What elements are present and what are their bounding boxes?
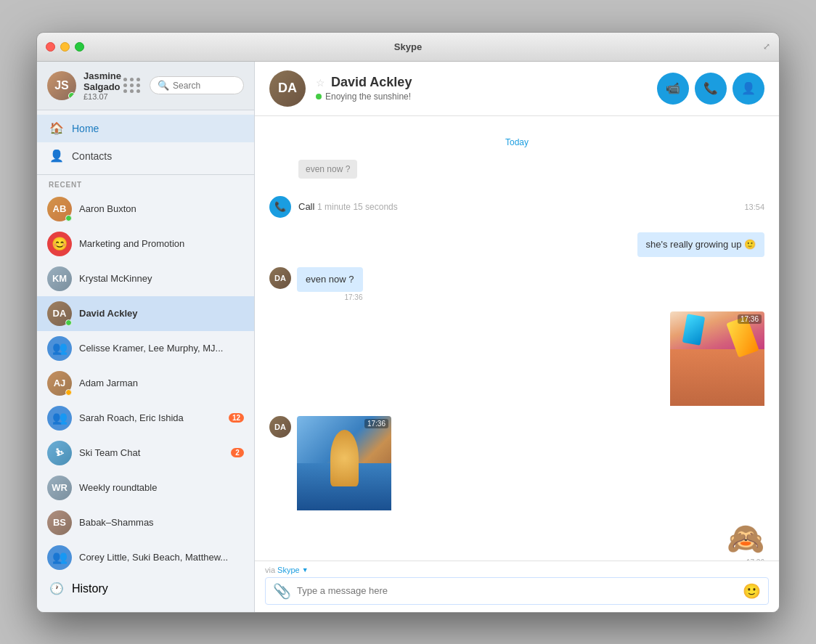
recent-list: AB Aaron Buxton 😊 Marketing and Promotio… bbox=[37, 192, 254, 612]
recent-item[interactable]: AB Aaron Buxton bbox=[37, 192, 254, 227]
home-label: Home bbox=[72, 123, 99, 134]
system-bubble: even now ? bbox=[298, 160, 357, 179]
unread-badge: 2 bbox=[231, 448, 244, 457]
recent-name: Sarah Roach, Eric Ishida bbox=[79, 412, 229, 423]
avatar: BS bbox=[47, 510, 72, 535]
recent-item[interactable]: ⛷ Ski Team Chat 2 bbox=[37, 436, 254, 470]
via-label: via Skype ▼ bbox=[265, 566, 769, 574]
recent-name: Krystal McKinney bbox=[79, 273, 244, 284]
image-thumbnail[interactable] bbox=[297, 416, 391, 510]
maximize-button[interactable] bbox=[75, 42, 84, 52]
recent-name: Babak–Shammas bbox=[79, 517, 244, 528]
video-call-button[interactable]: 📹 bbox=[657, 73, 689, 105]
phone-icon: 📞 bbox=[703, 81, 718, 95]
chat-contact-avatar: DA bbox=[269, 70, 306, 107]
emoji-sticker-row: 🙈 17:36 bbox=[269, 521, 764, 556]
date-divider: Today bbox=[269, 135, 764, 148]
status-dot-online bbox=[65, 215, 72, 221]
recent-name: Aaron Buxton bbox=[79, 203, 244, 214]
emoji-sticker: 🙈 bbox=[727, 521, 764, 555]
call-label: Call bbox=[298, 201, 317, 212]
image-time: 17:36 bbox=[364, 419, 388, 428]
recent-name: Celisse Kramer, Lee Murphy, MJ... bbox=[79, 343, 244, 354]
nav-section: 🏠 Home 👤 Contacts bbox=[37, 110, 254, 175]
paperclip-icon: 📎 bbox=[273, 583, 291, 599]
image-time: 17:36 bbox=[738, 314, 762, 324]
recent-item[interactable]: KM Krystal McKinney bbox=[37, 261, 254, 296]
app-window: Skype ⤢ JS Jasmine Salgado £13.07 bbox=[36, 32, 780, 613]
search-bar[interactable]: 🔍 bbox=[150, 76, 244, 94]
message-bubble: she's really growing up 🙂 bbox=[637, 232, 764, 257]
avatar: AJ bbox=[47, 371, 72, 396]
recent-name: Adam Jarman bbox=[79, 378, 244, 388]
date-label: Today bbox=[498, 137, 536, 147]
attach-button[interactable]: 📎 bbox=[273, 582, 291, 600]
recent-item[interactable]: BS Babak–Shammas bbox=[37, 505, 254, 540]
dot-grid-icon[interactable] bbox=[123, 78, 141, 93]
history-icon: 🕐 bbox=[49, 581, 65, 597]
sent-image-row: 17:36 bbox=[269, 311, 764, 406]
contact-online-dot bbox=[316, 94, 322, 99]
avatar: DA bbox=[47, 301, 72, 326]
video-icon: 📹 bbox=[666, 81, 680, 95]
avatar: 👥 bbox=[47, 545, 72, 570]
close-button[interactable] bbox=[46, 42, 55, 52]
user-name: Jasmine Salgado bbox=[83, 70, 123, 92]
recent-item-david-ackley[interactable]: DA David Ackley bbox=[37, 296, 254, 331]
emoji-button[interactable]: 🙂 bbox=[743, 582, 761, 600]
recent-item[interactable]: WR Weekly roundtable bbox=[37, 470, 254, 505]
msg-sender-avatar: DA bbox=[269, 416, 291, 438]
status-dot-online bbox=[65, 319, 72, 326]
image-thumbnail[interactable] bbox=[670, 311, 764, 406]
message-input-row: 📎 🙂 bbox=[265, 577, 769, 605]
call-icon: 📞 bbox=[269, 196, 291, 218]
history-item[interactable]: 🕐 History bbox=[37, 575, 254, 603]
recent-item[interactable]: AJ Adam Jarman bbox=[37, 366, 254, 401]
chat-header-info: ☆ David Ackley Enoying the sunshine! bbox=[316, 75, 657, 102]
message-row-sent: she's really growing up 🙂 bbox=[269, 232, 764, 257]
title-bar: Skype ⤢ bbox=[37, 33, 779, 62]
message-input[interactable] bbox=[297, 585, 743, 596]
avatar: AB bbox=[47, 197, 72, 221]
search-icon: 🔍 bbox=[158, 80, 169, 91]
minimize-button[interactable] bbox=[60, 42, 70, 52]
main-chat: DA ☆ David Ackley Enoying the sunshine! … bbox=[255, 62, 779, 612]
traffic-lights bbox=[46, 42, 84, 52]
recent-item[interactable]: 👥 Celisse Kramer, Lee Murphy, MJ... bbox=[37, 331, 254, 366]
search-input[interactable] bbox=[173, 81, 236, 91]
recent-label: RECENT bbox=[37, 175, 254, 192]
recent-item[interactable]: 😊 Marketing and Promotion bbox=[37, 227, 254, 261]
avatar: WR bbox=[47, 476, 72, 500]
nav-item-home[interactable]: 🏠 Home bbox=[37, 115, 254, 142]
msg-sender-avatar: DA bbox=[269, 267, 291, 289]
contact-status: Enoying the sunshine! bbox=[325, 91, 411, 102]
resize-icon: ⤢ bbox=[763, 41, 770, 52]
recent-item[interactable]: 👥 Corey Little, Suki Beach, Matthew... bbox=[37, 540, 254, 575]
user-avatar: JS bbox=[47, 71, 76, 100]
favorite-star-icon[interactable]: ☆ bbox=[316, 77, 325, 89]
nav-item-contacts[interactable]: 👤 Contacts bbox=[37, 142, 254, 170]
recent-name: Weekly roundtable bbox=[79, 482, 244, 493]
message-row-received: DA even now ? 17:36 bbox=[269, 267, 764, 301]
avatar: KM bbox=[47, 266, 72, 291]
dropdown-arrow[interactable]: ▼ bbox=[302, 566, 309, 574]
add-contact-button[interactable]: 👤 bbox=[733, 73, 764, 105]
recent-name: David Ackley bbox=[79, 308, 244, 319]
window-title: Skype bbox=[394, 41, 422, 52]
voice-call-button[interactable]: 📞 bbox=[695, 73, 727, 105]
status-dot-away bbox=[65, 389, 72, 396]
chat-input-area: via Skype ▼ 📎 🙂 bbox=[255, 561, 779, 612]
chat-header: DA ☆ David Ackley Enoying the sunshine! … bbox=[255, 62, 779, 116]
recent-name: Marketing and Promotion bbox=[79, 238, 244, 249]
call-record: 📞 Call 1 minute 15 seconds 13:54 bbox=[269, 192, 764, 222]
avatar: ⛷ bbox=[47, 441, 72, 465]
user-info: Jasmine Salgado £13.07 bbox=[83, 70, 123, 101]
message-time: 17:36 bbox=[297, 293, 363, 301]
call-duration: 1 minute 15 seconds bbox=[317, 202, 398, 212]
received-image-row: DA 17:36 bbox=[269, 416, 764, 510]
contacts-label: Contacts bbox=[72, 150, 112, 162]
recent-item[interactable]: 👥 Sarah Roach, Eric Ishida 12 bbox=[37, 401, 254, 436]
avatar: 👥 bbox=[47, 406, 72, 431]
app-body: JS Jasmine Salgado £13.07 bbox=[37, 62, 779, 612]
message-bubble: even now ? bbox=[297, 267, 363, 292]
